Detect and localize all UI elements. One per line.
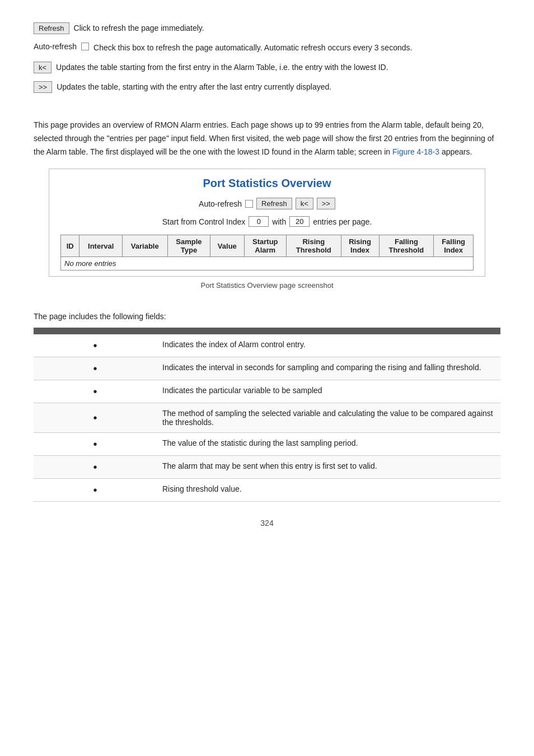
overview-box-title: Port Statistics Overview xyxy=(60,177,474,190)
desc-cell: The alarm that may be sent when this ent… xyxy=(157,456,500,479)
table-row: • Indicates the index of Alarm control e… xyxy=(34,334,500,357)
start-index-input[interactable]: 0 xyxy=(249,216,269,227)
overview-box: Port Statistics Overview Auto-refresh Re… xyxy=(49,169,485,277)
col-rising-threshold: RisingThreshold xyxy=(286,235,341,257)
gg-section: >> Updates the table, starting with the … xyxy=(34,81,500,93)
fields-intro: The page includes the following fields: xyxy=(34,312,500,321)
bullet-icon: • xyxy=(93,484,97,496)
bullet-icon: • xyxy=(93,339,97,352)
bullet-icon: • xyxy=(93,385,97,398)
table-row: • Rising threshold value. xyxy=(34,479,500,502)
box-gg-button[interactable]: >> xyxy=(317,198,335,209)
bullet-icon: • xyxy=(93,362,97,375)
desc-cell: Indicates the particular variable to be … xyxy=(157,380,500,403)
entries-label: entries per page. xyxy=(313,217,372,226)
col-sample-type: SampleType xyxy=(167,235,210,257)
bullet-cell: • xyxy=(34,357,157,380)
first-entry-button[interactable]: k< xyxy=(34,62,51,73)
box-refresh-button[interactable]: Refresh xyxy=(256,198,292,209)
col-startup-alarm: StartupAlarm xyxy=(244,235,286,257)
with-label: with xyxy=(272,217,286,226)
bullet-cell: • xyxy=(34,380,157,403)
page-number: 324 xyxy=(34,519,500,528)
bullet-cell: • xyxy=(34,433,157,456)
link-suffix: appears. xyxy=(439,147,472,156)
bullet-cell: • xyxy=(34,334,157,357)
kk-desc: Updates the table starting from the firs… xyxy=(56,62,388,73)
table-row: • Indicates the particular variable to b… xyxy=(34,380,500,403)
table-row: • The alarm that may be sent when this e… xyxy=(34,456,500,479)
overview-caption: Port Statistics Overview page screenshot xyxy=(34,281,500,290)
autorefresh-section: Auto-refresh Check this box to refresh t… xyxy=(34,42,500,54)
box-kk-button[interactable]: k< xyxy=(296,198,313,209)
refresh-button[interactable]: Refresh xyxy=(34,22,69,34)
autorefresh-label: Auto-refresh xyxy=(34,42,77,51)
col-value: Value xyxy=(210,235,245,257)
desc-cell: The method of sampling the selected vari… xyxy=(157,403,500,433)
fields-col-bullet xyxy=(34,328,157,334)
fields-table-header xyxy=(34,328,500,334)
autorefresh-desc: Check this box to refresh the page autom… xyxy=(93,42,412,54)
bullet-icon: • xyxy=(93,438,97,450)
entries-per-page-input[interactable]: 20 xyxy=(289,216,310,227)
bullet-cell: • xyxy=(34,479,157,502)
autorefresh-checkbox[interactable] xyxy=(81,43,89,50)
col-falling-index: FallingIndex xyxy=(434,235,474,257)
table-row: • The method of sampling the selected va… xyxy=(34,403,500,433)
bullet-cell: • xyxy=(34,403,157,433)
box-autorefresh-checkbox[interactable] xyxy=(245,200,253,208)
refresh-section: Refresh Click to refresh the page immedi… xyxy=(34,22,500,34)
col-interval: Interval xyxy=(79,235,122,257)
no-entries-cell: No more entries xyxy=(61,257,474,270)
bullet-cell: • xyxy=(34,456,157,479)
kk-section: k< Updates the table starting from the f… xyxy=(34,62,500,73)
box-autorefresh-label: Auto-refresh xyxy=(199,199,242,208)
alarm-table-header: ID Interval Variable SampleType Value St… xyxy=(61,235,474,257)
bullet-icon: • xyxy=(93,412,97,424)
col-variable: Variable xyxy=(122,235,167,257)
desc-cell: The value of the statistic during the la… xyxy=(157,433,500,456)
overview-controls: Auto-refresh Refresh k< >> xyxy=(60,198,474,209)
col-rising-index: RisingIndex xyxy=(341,235,379,257)
fields-col-desc xyxy=(157,328,500,334)
desc-cell: Indicates the index of Alarm control ent… xyxy=(157,334,500,357)
overview-start-row: Start from Control Index 0 with 20 entri… xyxy=(60,216,474,227)
gg-desc: Updates the table, starting with the ent… xyxy=(57,81,331,93)
refresh-desc: Click to refresh the page immediately. xyxy=(74,22,204,34)
no-entries-row: No more entries xyxy=(61,257,474,270)
desc-cell: Rising threshold value. xyxy=(157,479,500,502)
start-label: Start from Control Index xyxy=(162,217,246,226)
alarm-table: ID Interval Variable SampleType Value St… xyxy=(60,235,474,270)
col-falling-threshold: FallingThreshold xyxy=(379,235,434,257)
figure-link[interactable]: Figure 4-18-3 xyxy=(392,147,439,156)
desc-cell: Indicates the interval in seconds for sa… xyxy=(157,357,500,380)
overview-paragraph: This page provides an overview of RMON A… xyxy=(34,119,500,158)
table-row: • Indicates the interval in seconds for … xyxy=(34,357,500,380)
table-row: • The value of the statistic during the … xyxy=(34,433,500,456)
fields-table: • Indicates the index of Alarm control e… xyxy=(34,328,500,502)
bullet-icon: • xyxy=(93,461,97,473)
col-id: ID xyxy=(61,235,79,257)
next-entry-button[interactable]: >> xyxy=(34,81,52,93)
